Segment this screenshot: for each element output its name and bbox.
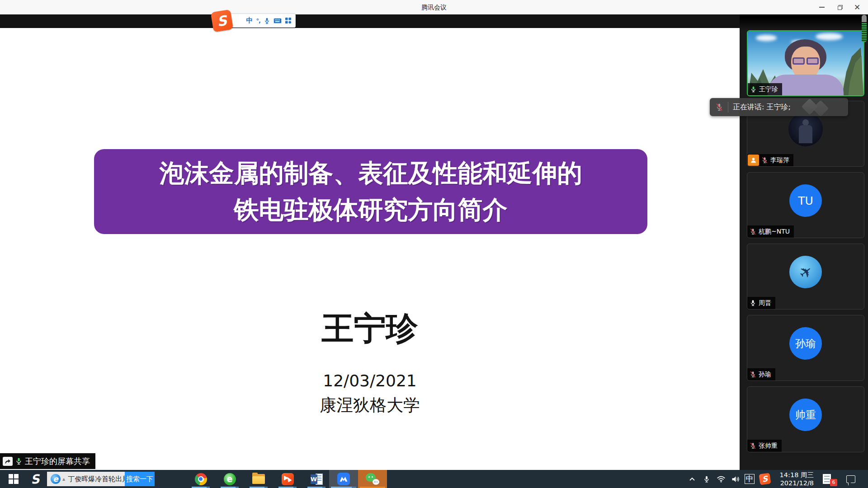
tray-network[interactable]: [714, 470, 728, 488]
tray-notifications[interactable]: 6: [819, 470, 837, 488]
participant-tile-hangpeng[interactable]: TU 杭鹏~NTU: [747, 172, 864, 238]
initials-avatar: 孙瑜: [789, 327, 822, 360]
ime-mode-toggle[interactable]: 中: [246, 16, 253, 25]
collapse-arrow-icon[interactable]: ▲: [62, 477, 65, 481]
chevron-up-icon: [689, 477, 695, 481]
close-icon: ✕: [854, 4, 860, 11]
meeting-logo-watermark: [801, 101, 833, 114]
taskbar-wechat-button[interactable]: [358, 470, 387, 488]
tray-input-indicator[interactable]: 中: [742, 470, 757, 488]
sogou-logo-icon[interactable]: S: [211, 9, 233, 32]
ime-punctuation-toggle[interactable]: °,: [256, 17, 260, 24]
screen-top-black-bar: S 中 °,: [0, 14, 740, 28]
participant-tile-sunyu[interactable]: 孙瑜 孙瑜: [747, 315, 864, 381]
search-go-button[interactable]: 搜索一下: [125, 472, 155, 486]
mic-on-icon: [750, 85, 757, 93]
taskbar-green-browser-button[interactable]: e: [219, 470, 241, 488]
red-media-app-icon: [282, 473, 294, 485]
ime-mic-icon[interactable]: [264, 17, 270, 24]
tray-show-hidden-icons[interactable]: [685, 470, 699, 488]
minimize-button[interactable]: [814, 0, 830, 14]
close-button[interactable]: ✕: [849, 0, 865, 14]
window-title: 腾讯会议: [0, 0, 868, 14]
action-center-button[interactable]: [842, 470, 860, 488]
wifi-icon: [717, 475, 726, 483]
tray-mic-icon: [703, 475, 710, 483]
sogou-pinwheel-icon: S: [30, 472, 41, 487]
mic-muted-icon: [750, 442, 756, 450]
word-icon: W: [311, 473, 323, 485]
mic-on-icon: [750, 299, 756, 307]
tray-sogou[interactable]: S: [758, 470, 772, 488]
participant-name: 杭鹏~NTU: [759, 228, 790, 236]
speaking-toast-text: 正在讲话: 王宁珍;: [733, 103, 791, 112]
toast-divider: [728, 102, 728, 113]
participant-tile-zhoujin[interactable]: ✈ 周晋: [747, 244, 864, 310]
speaking-toast: 正在讲话: 王宁珍;: [710, 98, 848, 116]
member-badge-icon: [748, 155, 759, 166]
mic-muted-icon: [750, 228, 756, 235]
slide-title-line2: 铁电驻极体研究方向简介: [234, 192, 508, 228]
mic-muted-icon: [750, 371, 756, 378]
participant-name-chip: 杭鹏~NTU: [747, 225, 794, 238]
taskbar-word-button[interactable]: W: [306, 470, 327, 488]
participant-name-chip: 孙瑜: [747, 368, 775, 380]
tray-volume[interactable]: [729, 470, 742, 488]
screen-share-icon: [3, 457, 13, 466]
windows-logo-icon: [9, 474, 19, 484]
sidebar-scrollbar[interactable]: [862, 15, 867, 74]
sidebar-top-fade: [740, 14, 868, 31]
search-suggestion-text[interactable]: 丁俊晖爆冷首轮出局: [68, 475, 129, 483]
shared-screen-area: S 中 °, 泡沫金属的制备、表征及性能和延伸的 铁电驻极体研究方向简介 王宁珍…: [0, 14, 740, 470]
screen-share-banner: 王宁珍的屏幕共享: [0, 453, 95, 469]
slide-presenter-name: 王宁珍: [0, 307, 740, 350]
taskbar-chrome-button[interactable]: [190, 470, 212, 488]
minimize-icon: [819, 7, 825, 8]
clock-date: 2021/12/8: [772, 479, 814, 487]
participant-name-chip: 周晋: [747, 297, 775, 309]
photo-avatar: [788, 112, 823, 146]
initials-avatar: TU: [789, 184, 822, 217]
ime-toolbox-icon[interactable]: [285, 17, 292, 24]
participant-name: 王宁珍: [759, 85, 778, 94]
airplane-icon: ✈: [795, 261, 816, 283]
scrollbar-thumb[interactable]: [862, 15, 867, 22]
screen-share-label: 王宁珍的屏幕共享: [25, 456, 90, 467]
participant-tile-wangningzhen[interactable]: 王宁珍: [747, 30, 864, 96]
participant-tile-zhangshuaizhong[interactable]: 帅重 张帅重: [747, 386, 864, 452]
taskbar-file-explorer-button[interactable]: [248, 470, 269, 488]
sogou-ime-toolbar[interactable]: S 中 °,: [225, 14, 296, 28]
initials-avatar: 帅重: [789, 399, 822, 431]
share-mic-icon: [15, 457, 23, 465]
airplane-avatar: ✈: [789, 256, 822, 288]
input-language-label: 中: [745, 474, 755, 484]
participant-name: 周晋: [759, 299, 771, 307]
wechat-icon: [366, 473, 379, 485]
start-button[interactable]: [4, 470, 24, 488]
speaker-icon: [731, 475, 740, 483]
taskbar-sogou-button[interactable]: S: [25, 470, 45, 488]
action-center-icon: [846, 475, 855, 483]
tray-microphone[interactable]: [700, 470, 713, 488]
green-browser-icon: e: [224, 473, 236, 485]
ime-keyboard-icon[interactable]: [274, 18, 282, 24]
participant-name: 张帅重: [759, 442, 778, 450]
slide-title-banner: 泡沫金属的制备、表征及性能和延伸的 铁电驻极体研究方向简介: [94, 149, 647, 234]
notification-count-badge: 6: [830, 479, 837, 486]
tencent-meeting-icon: [337, 473, 350, 485]
browser-e-icon: e: [51, 474, 61, 484]
mic-muted-icon: [761, 156, 768, 164]
participant-name-chip: 张帅重: [747, 440, 782, 452]
file-explorer-icon: [252, 474, 265, 484]
taskbar-media-app-button[interactable]: [277, 470, 298, 488]
taskbar-tencent-meeting-button[interactable]: [329, 470, 358, 488]
chrome-icon: [195, 473, 207, 485]
taskbar-search-box[interactable]: e ▲ 丁俊晖爆冷首轮出局 搜索一下: [47, 472, 155, 486]
restore-button[interactable]: [832, 0, 848, 14]
slide-date: 12/03/2021: [0, 371, 740, 390]
audio-level-meter: [862, 23, 867, 42]
slide-title-line1: 泡沫金属的制备、表征及性能和延伸的: [160, 155, 582, 192]
participants-sidebar: 王宁珍 李瑞萍 TU 杭鹏~NTU ✈: [740, 14, 868, 470]
taskbar-clock[interactable]: 14:18 周三 2021/12/8: [772, 471, 814, 487]
participant-name: 孙瑜: [759, 371, 771, 379]
